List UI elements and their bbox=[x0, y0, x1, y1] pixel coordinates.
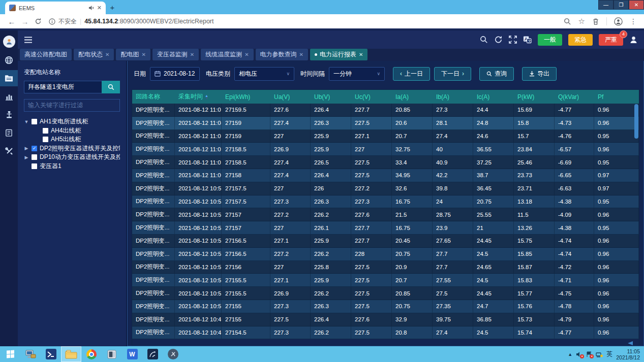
tree-checkbox[interactable] bbox=[43, 137, 48, 142]
prev-day-button[interactable]: ‹上一日 bbox=[393, 67, 430, 81]
nav-item-globe-icon[interactable] bbox=[0, 52, 18, 68]
sort-icon[interactable]: ▲▼ bbox=[205, 94, 208, 100]
trash-extension-icon[interactable] bbox=[592, 18, 599, 25]
fullscreen-icon[interactable] bbox=[509, 36, 517, 44]
alarm-button-general[interactable]: 一般 bbox=[538, 34, 562, 46]
hidden-icons-chevron[interactable]: ▲ bbox=[568, 352, 572, 357]
ime-indicator[interactable]: 英 bbox=[606, 350, 612, 358]
table-row[interactable]: DP2照明变...2021-08-12 10:5927157.522722622… bbox=[132, 182, 639, 195]
tree-node-label[interactable]: DP10动力变压器进线开关及控制室 bbox=[40, 153, 120, 161]
column-header-Epi(kWh)[interactable]: Epi(kWh) bbox=[222, 90, 270, 104]
tree-toggle-icon[interactable]: ▼ bbox=[24, 119, 29, 124]
table-row[interactable]: DP2照明变...2021-08-12 11:0327159227225.922… bbox=[132, 130, 639, 143]
menu-collapse-icon[interactable] bbox=[24, 36, 33, 44]
vertical-scrollbar[interactable] bbox=[634, 104, 638, 344]
table-row[interactable]: DP2照明变...2021-08-12 10:5427156.5227.2226… bbox=[132, 248, 639, 261]
table-row[interactable]: DP2照明变...2021-08-12 10:5327156227225.822… bbox=[132, 261, 639, 274]
tab-close-icon[interactable]: ✕ bbox=[141, 52, 145, 57]
column-header-Pf[interactable]: Pf bbox=[594, 90, 639, 104]
taskbar-icon-wps[interactable]: W bbox=[122, 346, 142, 362]
export-button[interactable]: 导出 bbox=[522, 67, 557, 81]
nav-item-report-folder-icon[interactable] bbox=[0, 70, 18, 86]
tree-toggle-icon[interactable]: ▶ bbox=[24, 155, 29, 160]
nav-item-user-avatar[interactable] bbox=[0, 34, 18, 50]
table-row[interactable]: DP2照明变...2021-08-12 10:5027155227.3226.3… bbox=[132, 300, 639, 313]
tab-close-icon[interactable]: ✕ bbox=[97, 5, 102, 11]
tree-node[interactable]: AH5出线柜 bbox=[35, 135, 120, 144]
back-icon[interactable]: ← bbox=[5, 17, 18, 26]
column-header-Ua(V)[interactable]: Ua(V) bbox=[270, 90, 311, 104]
taskbar-icon-file-explorer[interactable] bbox=[61, 346, 81, 362]
column-header-Q(kVar)[interactable]: Q(kVar) bbox=[555, 90, 594, 104]
translate-icon[interactable]: A文 bbox=[523, 36, 532, 44]
tree-node[interactable]: ▼AH1变电所进线柜 bbox=[24, 117, 120, 126]
browser-menu-icon[interactable]: ⋮ bbox=[630, 17, 637, 25]
alarm-button-severe[interactable]: 严重4 bbox=[599, 34, 623, 46]
nav-item-bar-chart-icon[interactable] bbox=[0, 88, 18, 105]
tab-close-icon[interactable]: ✕ bbox=[105, 52, 109, 57]
tree-checkbox[interactable] bbox=[32, 154, 37, 160]
table-row[interactable]: DP2照明变...2021-08-12 10:5727157227.2226.2… bbox=[132, 208, 639, 221]
window-close-button[interactable]: ✕ bbox=[629, 0, 644, 10]
tree-node[interactable]: 变压器1 bbox=[24, 162, 120, 171]
volume-muted-icon[interactable]: ✕ bbox=[576, 351, 582, 357]
refresh-icon[interactable] bbox=[32, 18, 45, 25]
new-tab-button[interactable]: + bbox=[106, 1, 119, 13]
tab-close-icon[interactable]: ✕ bbox=[359, 52, 363, 57]
tab-电力运行报表[interactable]: 电力运行报表✕ bbox=[310, 49, 367, 60]
table-row[interactable]: DP2照明变...2021-08-12 11:0027158227.4226.4… bbox=[132, 169, 639, 182]
tree-checkbox[interactable] bbox=[43, 128, 48, 134]
tab-变压器监测[interactable]: 变压器监测✕ bbox=[152, 49, 199, 60]
column-header-Ib(A)[interactable]: Ib(A) bbox=[433, 90, 473, 104]
tree-node-label[interactable]: AH1变电所进线柜 bbox=[40, 117, 88, 126]
tab-高速公路配电图[interactable]: 高速公路配电图 bbox=[20, 49, 72, 60]
refresh-data-icon[interactable] bbox=[494, 36, 503, 44]
table-row[interactable]: DP2照明变...2021-08-12 10:5227155.5227.1225… bbox=[132, 274, 639, 287]
taskbar-icon-remote-viewer[interactable] bbox=[102, 346, 122, 362]
tree-checkbox[interactable] bbox=[32, 163, 37, 169]
window-restore-button[interactable]: ❐ bbox=[614, 0, 629, 10]
table-row[interactable]: DP2照明变...2021-08-12 10:5827157.5227.3226… bbox=[132, 195, 639, 209]
nav-item-control-icon[interactable] bbox=[0, 107, 18, 123]
table-row[interactable]: DP2照明变...2021-08-12 11:0527159.5227.6226… bbox=[132, 104, 639, 117]
date-input[interactable]: 2021-08-12 bbox=[150, 67, 200, 81]
next-day-button[interactable]: 下一日› bbox=[434, 67, 471, 81]
column-header-P(kW)[interactable]: P(kW) bbox=[514, 90, 555, 104]
table-row[interactable]: DP2照明变...2021-08-12 10:5127155.5226.9226… bbox=[132, 287, 639, 300]
bookmark-star-icon[interactable]: ☆ bbox=[578, 17, 585, 26]
station-search-input[interactable]: 拜各隧道1变电所 bbox=[24, 81, 102, 93]
tab-close-icon[interactable]: ✕ bbox=[244, 52, 249, 57]
tab-close-icon[interactable]: ✕ bbox=[299, 52, 303, 57]
column-header-Ub(V)[interactable]: Ub(V) bbox=[311, 90, 351, 104]
table-row[interactable]: DP2照明变...2021-08-12 11:0427159227.4226.3… bbox=[132, 117, 639, 130]
tab-配电图[interactable]: 配电图✕ bbox=[116, 49, 150, 60]
column-header-Ia(A)[interactable]: Ia(A) bbox=[392, 90, 433, 104]
start-button[interactable] bbox=[0, 346, 20, 362]
nav-item-document-icon[interactable] bbox=[0, 125, 18, 141]
address-bar[interactable]: 不安全 | 45.84.134.2:8090/3000WEBV2/Electri… bbox=[49, 17, 564, 26]
network-warning-icon[interactable] bbox=[596, 351, 603, 357]
nav-item-tools-icon[interactable] bbox=[0, 143, 18, 159]
tree-node-label[interactable]: AH5出线柜 bbox=[51, 135, 81, 144]
taskbar-icon-system-tool[interactable] bbox=[163, 346, 183, 362]
tree-checkbox[interactable]: ✓ bbox=[32, 146, 37, 151]
tab-线缆温度监测[interactable]: 线缆温度监测✕ bbox=[201, 49, 253, 60]
tab-电力参数查询[interactable]: 电力参数查询✕ bbox=[256, 49, 308, 60]
taskbar-icon-navicat[interactable] bbox=[142, 346, 163, 362]
security-label[interactable]: 不安全 bbox=[58, 17, 77, 26]
column-header-回路名称[interactable]: 回路名称 bbox=[132, 90, 175, 104]
tree-node-label[interactable]: DP2照明变压器进线开关及控制室 bbox=[40, 144, 120, 153]
tree-node[interactable]: ▶DP10动力变压器进线开关及控制室 bbox=[24, 153, 120, 162]
scrollbar-thumb[interactable] bbox=[634, 104, 638, 139]
voltage-type-select[interactable]: 相电压∨ bbox=[234, 67, 294, 81]
action-center-flag-icon[interactable]: ✕ bbox=[586, 351, 592, 357]
taskbar-icon-chrome[interactable] bbox=[81, 346, 102, 362]
zoom-icon[interactable] bbox=[564, 18, 571, 25]
tab-audio-icon[interactable] bbox=[88, 5, 94, 11]
taskbar-icon-powershell[interactable] bbox=[41, 346, 61, 362]
column-header-采集时间[interactable]: 采集时间▲▼ bbox=[175, 90, 222, 104]
tree-node-label[interactable]: AH4出线柜 bbox=[51, 126, 81, 135]
forward-icon[interactable]: → bbox=[18, 17, 32, 26]
tree-toggle-icon[interactable]: ▶ bbox=[24, 146, 29, 151]
table-row[interactable]: DP2照明变...2021-08-12 10:4827154.5227.3226… bbox=[132, 326, 639, 340]
